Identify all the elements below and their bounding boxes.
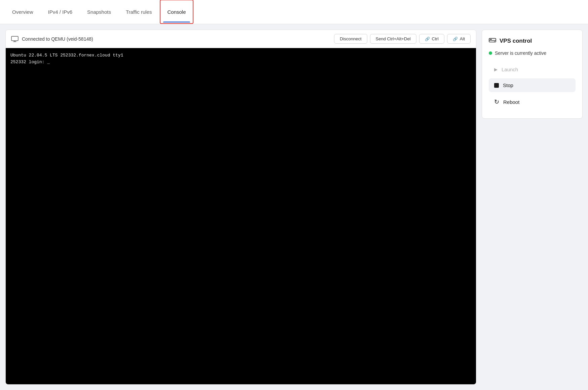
ctrl-button[interactable]: 🔗 Ctrl — [419, 34, 444, 44]
terminal-line-2: 252332 login: _ — [10, 59, 471, 66]
terminal-line-1: Ubuntu 22.04.5 LTS 252332.fornex.cloud t… — [10, 52, 471, 59]
tab-ipv4-ipv6[interactable]: IPv4 / IPv6 — [41, 0, 79, 24]
reboot-icon: ↻ — [494, 98, 499, 106]
alt-button[interactable]: 🔗 Alt — [447, 34, 471, 44]
disconnect-button[interactable]: Disconnect — [334, 34, 367, 44]
stop-button[interactable]: Stop — [489, 78, 576, 92]
page-wrapper: Overview IPv4 / IPv6 Snapshots Traffic r… — [0, 0, 588, 390]
reboot-button[interactable]: ↻ Reboot — [489, 94, 576, 110]
chain-icon-alt: 🔗 — [453, 37, 458, 41]
vps-control-card: VPS control Server is currently active ▶… — [482, 30, 583, 119]
tab-snapshots[interactable]: Snapshots — [80, 0, 118, 24]
monitor-icon — [11, 36, 19, 42]
right-panel: VPS control Server is currently active ▶… — [482, 30, 583, 385]
reboot-label: Reboot — [503, 99, 519, 105]
vps-control-title-text: VPS control — [500, 38, 532, 44]
launch-button[interactable]: ▶ Launch — [489, 63, 576, 76]
tab-bar: Overview IPv4 / IPv6 Snapshots Traffic r… — [0, 0, 588, 24]
console-actions: Disconnect Send Ctrl+Alt+Del 🔗 Ctrl 🔗 Al… — [334, 34, 471, 44]
stop-icon — [494, 83, 499, 88]
svg-point-5 — [494, 41, 495, 42]
launch-label: Launch — [502, 67, 518, 72]
tab-traffic-rules[interactable]: Traffic rules — [119, 0, 159, 24]
stop-label: Stop — [503, 82, 513, 88]
vps-control-title: VPS control — [489, 37, 576, 45]
console-status: Connected to QEMU (veid-58148) — [11, 36, 93, 42]
server-status: Server is currently active — [489, 50, 576, 56]
console-status-text: Connected to QEMU (veid-58148) — [22, 36, 93, 42]
hdd-icon — [489, 37, 496, 45]
server-status-text: Server is currently active — [495, 50, 546, 56]
play-icon: ▶ — [494, 67, 498, 72]
tab-console[interactable]: Console — [160, 0, 193, 24]
console-header: Connected to QEMU (veid-58148) Disconnec… — [6, 30, 476, 48]
ctrl-label: Ctrl — [432, 36, 439, 41]
alt-label: Alt — [460, 36, 465, 41]
status-dot-active — [489, 51, 492, 55]
main-content: Connected to QEMU (veid-58148) Disconnec… — [0, 24, 588, 390]
svg-rect-6 — [490, 39, 492, 40]
terminal[interactable]: Ubuntu 22.04.5 LTS 252332.fornex.cloud t… — [6, 48, 476, 384]
send-ctrl-alt-del-button[interactable]: Send Ctrl+Alt+Del — [370, 34, 416, 44]
tab-overview[interactable]: Overview — [5, 0, 40, 24]
chain-icon-ctrl: 🔗 — [425, 37, 430, 41]
svg-rect-0 — [11, 36, 18, 41]
left-panel: Connected to QEMU (veid-58148) Disconnec… — [5, 30, 476, 385]
